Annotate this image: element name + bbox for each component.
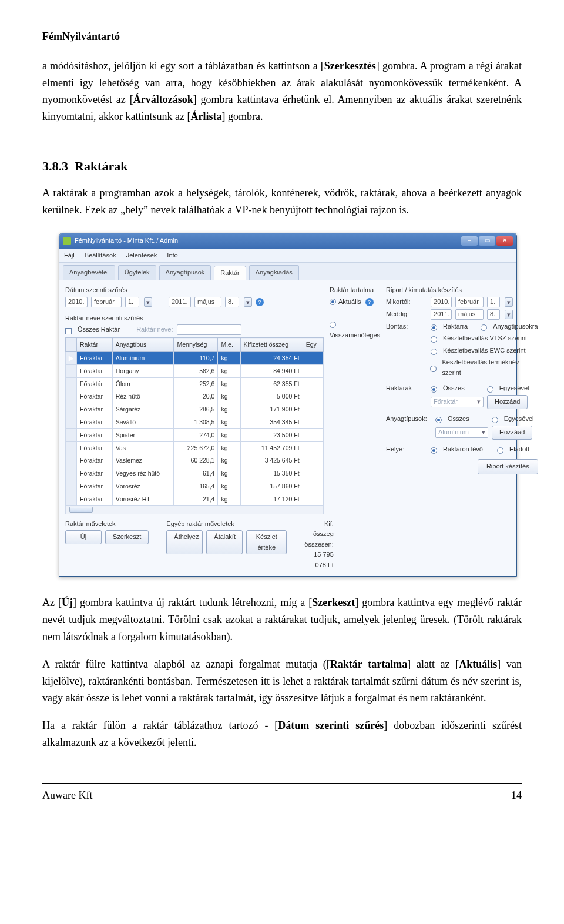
stock-value-button[interactable]: Készlet értéke [246,530,287,554]
from-year[interactable]: 2010. [65,297,88,307]
report-to-month[interactable]: május [455,309,484,320]
radio-in-stock[interactable] [431,447,437,454]
radio-anyagtipusokra[interactable] [481,324,487,331]
radio-all-wh[interactable] [431,386,437,393]
radio-each-type[interactable] [492,417,498,423]
footer-company: Auware Kft [42,787,92,804]
tab-anyagkiadas[interactable]: Anyagkiadás [249,265,299,280]
radio-each-wh[interactable] [487,386,494,393]
table-row[interactable]: FőraktárSárgaréz286,5kg171 900 Ft [66,403,324,416]
window-titlebar: FémNyilvántartó - Minta Kft. / Admin – ▭… [59,233,516,249]
radio-raktarra[interactable] [431,324,437,331]
table-row[interactable]: FőraktárÓlom252,6kg62 355 Ft [66,377,324,390]
warehouse-name-input[interactable] [177,324,241,335]
report-from-day[interactable]: 1. [487,297,500,307]
warehouse-ops-label: Raktár műveletek [65,519,149,530]
horizontal-scrollbar[interactable] [65,506,324,514]
all-warehouse-checkbox[interactable] [65,328,72,334]
table-row[interactable]: FőraktárVörösréz HT21,4kg17 120 Ft [66,493,324,505]
tab-anyagbevetel[interactable]: Anyagbevétel [63,265,115,280]
new-button[interactable]: Új [65,530,102,544]
table-row[interactable]: FőraktárRéz hűtő20,0kg5 000 Ft [66,390,324,403]
calendar-icon[interactable]: ▾ [505,297,513,307]
table-row[interactable]: FőraktárHorgany562,6kg84 940 Ft [66,364,324,377]
menu-reports[interactable]: Jelentések [126,252,157,259]
from-month[interactable]: február [91,297,122,307]
move-button[interactable]: Áthelyez [166,530,203,554]
content-title: Raktár tartalma [330,285,380,296]
table-row[interactable]: FőraktárVaslemez60 228,1kg3 425 645 Ft [66,454,324,467]
table-row[interactable]: FőraktárSaválló1 308,5kg354 345 Ft [66,416,324,428]
report-title: Riport / kimutatás készítés [386,285,538,296]
all-warehouse-label: Összes Raktár [78,324,120,335]
menu-file[interactable]: Fájl [64,252,75,259]
add-material-button[interactable]: Hozzáad [492,426,532,440]
combo-warehouse[interactable]: Főraktár▾ [431,397,484,407]
radio-retro[interactable] [330,322,336,328]
report-button[interactable]: Riport készítés [478,459,538,474]
inventory-table[interactable]: Raktár Anyagtípus Mennyiség M.e. Kifizet… [65,337,324,505]
report-to-year[interactable]: 2011. [431,309,452,320]
help-icon[interactable]: ? [365,298,374,306]
table-row[interactable]: FőraktárVegyes réz hűtő61,4kg15 350 Ft [66,467,324,480]
report-from-year[interactable]: 2010. [431,297,452,307]
edit-button[interactable]: Szerkeszt [105,530,149,544]
report-from-month[interactable]: február [455,297,484,307]
radio-vtsz[interactable] [431,336,437,343]
add-warehouse-button[interactable]: Hozzáad [487,395,528,409]
warehouse-name-label: Raktár neve: [136,324,173,335]
radio-current[interactable] [330,299,336,305]
menu-settings[interactable]: Beállítások [85,252,116,259]
radio-sold[interactable] [497,447,503,454]
section-heading: 3.8.3 Raktárak [42,156,522,176]
window-title: FémNyilvántartó - Minta Kft. / Admin [75,236,178,246]
paragraph-3: Az [Új] gombra kattintva új raktárt tudu… [42,594,522,645]
to-month[interactable]: május [194,297,221,307]
report-to-day[interactable]: 8. [487,309,500,320]
page-footer: Auware Kft 14 [42,783,522,804]
footer-page-number: 14 [511,787,522,804]
to-day[interactable]: 8. [225,297,239,307]
date-filter-title: Dátum szerinti szűrés [65,285,324,296]
calendar-icon[interactable]: ▾ [144,297,152,307]
radio-ewc[interactable] [431,349,437,355]
paragraph-5: Ha a raktár fülön a raktár táblázathoz t… [42,717,522,751]
doc-header: FémNyilvántartó [42,28,522,49]
calendar-icon[interactable]: ▾ [244,297,252,307]
from-day[interactable]: 1. [125,297,139,307]
tab-ugyfelek[interactable]: Ügyfelek [118,265,156,280]
table-row[interactable]: ▶FőraktárAlumínium110,7kg24 354 Ft [66,351,324,364]
paragraph-2: A raktárak a programban azok a helységek… [42,185,522,219]
to-year[interactable]: 2011. [169,297,191,307]
paragraph-4: A raktár fülre kattintva alapból az azna… [42,656,522,707]
paragraph-1: a módósításhoz, jelöljön ki egy sort a t… [42,58,522,125]
tab-anyagtipusok[interactable]: Anyagtípusok [159,265,212,280]
calendar-icon[interactable]: ▾ [505,310,513,319]
radio-termeknev[interactable] [430,366,437,372]
app-screenshot: FémNyilvántartó - Minta Kft. / Admin – ▭… [59,233,522,577]
window-minimize-button[interactable]: – [461,236,478,246]
name-filter-title: Raktár neve szerinti szűrés [65,313,324,324]
tab-bar: Anyagbevétel Ügyfelek Anyagtípusok Raktá… [59,263,516,280]
tab-raktar[interactable]: Raktár [214,266,246,280]
table-row[interactable]: FőraktárVörösréz165,4kg157 860 Ft [66,480,324,493]
combo-material[interactable]: Alumínium▾ [435,427,488,438]
menu-info[interactable]: Info [167,252,177,259]
window-close-button[interactable]: ✕ [496,236,513,246]
table-row[interactable]: FőraktárVas225 672,0kg11 452 709 Ft [66,441,324,454]
help-icon[interactable]: ? [256,298,264,306]
table-row[interactable]: FőraktárSpiáter274,0kg23 500 Ft [66,428,324,441]
menubar: Fájl Beállítások Jelentések Info [59,249,516,263]
other-ops-label: Egyéb raktár műveletek [166,519,287,530]
transform-button[interactable]: Átalakít [206,530,243,554]
radio-all-type[interactable] [435,417,442,423]
app-icon [63,237,71,245]
window-maximize-button[interactable]: ▭ [479,236,495,246]
